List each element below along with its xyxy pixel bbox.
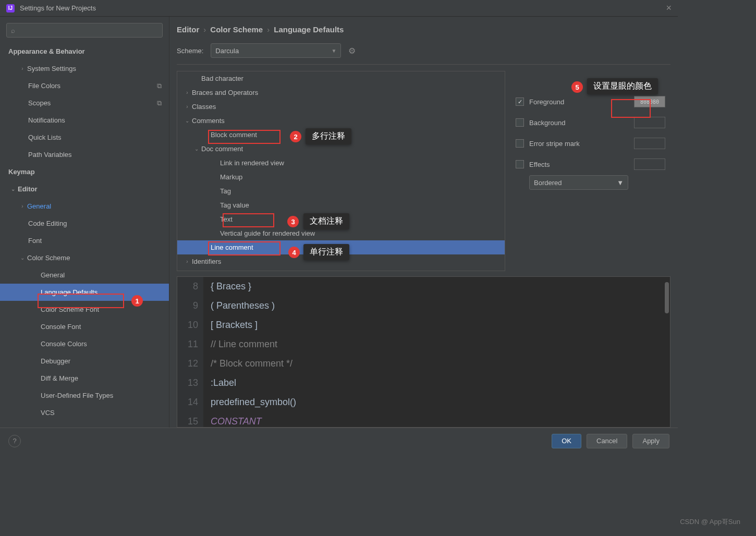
- sidebar-item[interactable]: Path Variables: [0, 146, 169, 163]
- scrollbar-thumb[interactable]: [665, 282, 669, 313]
- attribute-item[interactable]: Bad character: [177, 71, 505, 86]
- effects-color[interactable]: [634, 159, 665, 170]
- attribute-item[interactable]: Block comment: [177, 128, 505, 142]
- crumb-1[interactable]: Color Scheme: [210, 25, 263, 34]
- attribute-item[interactable]: ›Inline hints: [177, 269, 505, 271]
- chevron-icon: ›: [182, 259, 192, 264]
- sidebar-item[interactable]: ›System Settings: [0, 60, 169, 77]
- sidebar-item[interactable]: Color Scheme Font: [0, 301, 169, 318]
- errorstripe-label: Error stripe mark: [529, 140, 580, 148]
- sidebar-item[interactable]: Quick Lists: [0, 129, 169, 146]
- sidebar-item[interactable]: Font: [0, 232, 169, 249]
- background-label: Background: [529, 119, 565, 127]
- sidebar-item[interactable]: Language Defaults: [0, 284, 169, 301]
- sidebar-item[interactable]: ⌄Editor: [0, 180, 169, 198]
- sidebar-item-label: Debugger: [41, 357, 70, 365]
- code-line: ( Parentheses ): [211, 296, 670, 315]
- chevron-icon: ⌄: [182, 118, 192, 124]
- attribute-item[interactable]: ›Braces and Operators: [177, 86, 505, 100]
- attribute-item[interactable]: ⌄Comments: [177, 114, 505, 128]
- attribute-item[interactable]: Markup: [177, 170, 505, 184]
- sidebar-item-label: Font: [28, 237, 42, 245]
- attribute-item[interactable]: Vertical guide for rendered view: [177, 226, 505, 240]
- effects-checkbox[interactable]: [516, 160, 524, 168]
- ok-button[interactable]: OK: [552, 434, 581, 448]
- cancel-button[interactable]: Cancel: [587, 434, 627, 448]
- chevron-icon: ›: [182, 104, 192, 109]
- sidebar-item[interactable]: Keymap: [0, 163, 169, 180]
- sidebar-item[interactable]: User-Defined File Types: [0, 387, 169, 404]
- errorstripe-color[interactable]: [634, 138, 665, 149]
- scheme-dropdown[interactable]: Darcula ▼: [211, 43, 341, 58]
- attribute-label: Vertical guide for rendered view: [220, 229, 315, 237]
- settings-tree[interactable]: Appearance & Behavior›System SettingsFil…: [0, 43, 169, 428]
- attribute-item[interactable]: Link in rendered view: [177, 156, 505, 170]
- sidebar-item[interactable]: Debugger: [0, 352, 169, 370]
- effects-type-dropdown[interactable]: Bordered ▼: [529, 175, 628, 190]
- attribute-item[interactable]: Text: [177, 212, 505, 226]
- foreground-color[interactable]: 808080: [634, 96, 665, 107]
- code-line: // Line comment: [211, 335, 670, 354]
- attribute-item[interactable]: ⌄Doc comment: [177, 142, 505, 156]
- foreground-checkbox[interactable]: [516, 98, 524, 106]
- bottombar: ? OK Cancel Apply: [0, 428, 678, 454]
- apply-button[interactable]: Apply: [632, 434, 669, 448]
- background-checkbox[interactable]: [516, 118, 524, 127]
- attribute-label: Block comment: [211, 131, 257, 139]
- code-line: { Braces }: [211, 277, 670, 296]
- chevron-right-icon: ›: [267, 25, 270, 34]
- crumb-0[interactable]: Editor: [177, 25, 199, 34]
- line-number: 12: [177, 354, 198, 373]
- line-number: 13: [177, 373, 198, 393]
- sidebar-item[interactable]: Console Colors: [0, 335, 169, 352]
- attribute-item[interactable]: Tag value: [177, 198, 505, 212]
- sidebar-item[interactable]: Java: [0, 421, 169, 428]
- help-icon[interactable]: ?: [8, 435, 21, 447]
- close-icon[interactable]: ×: [666, 3, 672, 14]
- attribute-item[interactable]: Tag: [177, 184, 505, 198]
- sidebar-item[interactable]: ⌄Color Scheme: [0, 249, 169, 266]
- sidebar-item[interactable]: General: [0, 266, 169, 284]
- chevron-icon: ›: [182, 90, 192, 95]
- chevron-icon: ⌄: [18, 255, 27, 261]
- attribute-tree[interactable]: Bad character›Braces and Operators›Class…: [177, 71, 505, 271]
- attribute-item[interactable]: Line comment: [177, 240, 505, 254]
- search-input[interactable]: [18, 27, 158, 34]
- sidebar-item-label: Notifications: [28, 116, 65, 124]
- attribute-item[interactable]: ›Identifiers: [177, 254, 505, 269]
- chevron-down-icon: ▼: [331, 48, 336, 54]
- sidebar-item[interactable]: ›General: [0, 198, 169, 215]
- sidebar-item-label: User-Defined File Types: [41, 392, 113, 399]
- background-row: Background: [516, 111, 665, 131]
- line-number: 8: [177, 277, 198, 296]
- sidebar-item[interactable]: Diff & Merge: [0, 370, 169, 387]
- attribute-label: Bad character: [201, 75, 243, 82]
- sidebar-item-label: System Settings: [27, 65, 76, 72]
- line-number: 15: [177, 412, 198, 428]
- sidebar-item[interactable]: Appearance & Behavior: [0, 43, 169, 60]
- sidebar-item[interactable]: VCS: [0, 404, 169, 421]
- search-input-wrapper[interactable]: ⌕: [6, 23, 163, 38]
- attribute-label: Doc comment: [201, 145, 243, 153]
- sidebar-item-label: Keymap: [8, 168, 35, 176]
- errorstripe-checkbox[interactable]: [516, 139, 524, 148]
- attribute-item[interactable]: ›Classes: [177, 100, 505, 114]
- effects-type-value: Bordered: [534, 179, 562, 187]
- chevron-icon: ›: [18, 203, 27, 209]
- chevron-right-icon: ›: [203, 25, 206, 34]
- crumb-2: Language Defaults: [274, 25, 344, 34]
- sidebar-item[interactable]: File Colors⧉: [0, 77, 169, 94]
- gear-icon[interactable]: ⚙: [348, 46, 356, 56]
- sidebar-item[interactable]: Scopes⧉: [0, 94, 169, 112]
- line-number: 14: [177, 393, 198, 412]
- chevron-icon: ⌄: [192, 146, 201, 152]
- sidebar-item[interactable]: Code Editing: [0, 215, 169, 232]
- code-preview: 89101112131415 { Braces }( Parentheses )…: [177, 276, 670, 428]
- search-icon: ⌕: [11, 27, 15, 34]
- sidebar-item-label: Code Editing: [28, 220, 67, 227]
- background-color[interactable]: [634, 117, 665, 128]
- sidebar-item[interactable]: Console Font: [0, 318, 169, 335]
- attribute-label: Link in rendered view: [220, 159, 284, 167]
- sidebar-item-label: Quick Lists: [28, 133, 62, 141]
- sidebar-item[interactable]: Notifications: [0, 112, 169, 129]
